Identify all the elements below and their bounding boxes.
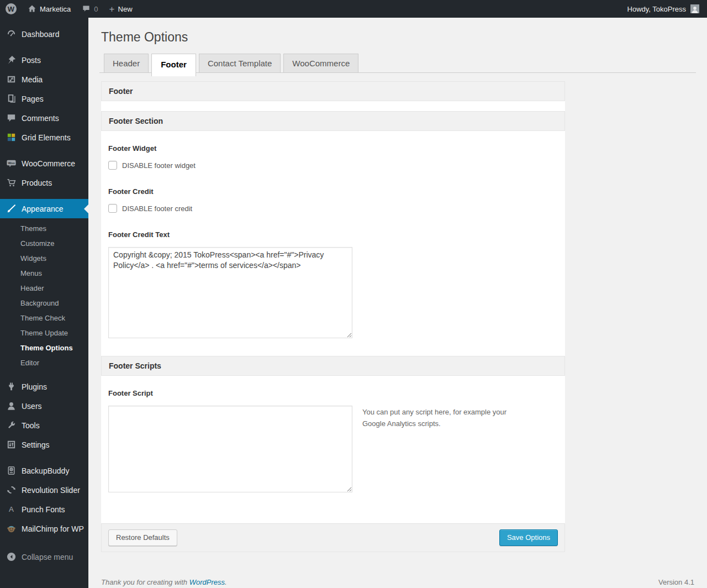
sidebar-item-label: Plugins: [22, 382, 47, 392]
wordpress-logo-menu[interactable]: [0, 0, 22, 18]
disable-footer-credit-checkbox[interactable]: [108, 204, 117, 213]
submenu-editor[interactable]: Editor: [0, 355, 88, 370]
new-content-menu[interactable]: New: [104, 0, 138, 18]
pushpin-icon: [6, 55, 17, 65]
sidebar-item-punch-fonts[interactable]: A Punch Fonts: [0, 500, 88, 519]
tab-header[interactable]: Header: [104, 54, 149, 73]
collapse-menu-button[interactable]: Collapse menu: [0, 547, 88, 566]
restore-defaults-button[interactable]: Restore Defaults: [108, 529, 177, 546]
submenu-theme-check[interactable]: Theme Check: [0, 311, 88, 326]
sidebar-item-label: Revolution Slider: [22, 485, 80, 495]
footer-section-body: Footer Widget DISABLE footer widget Foot…: [101, 131, 565, 356]
pages-icon: [6, 93, 17, 104]
paintbrush-icon: [6, 203, 17, 214]
tab-contact-template[interactable]: Contact Template: [199, 54, 281, 73]
footer-widget-label: Footer Widget: [108, 144, 558, 153]
section-header-footer-section: Footer Section: [101, 111, 565, 131]
refresh-arrows-icon: [6, 485, 17, 495]
collapse-menu-label: Collapse menu: [22, 552, 73, 562]
sidebar-item-plugins[interactable]: Plugins: [0, 377, 88, 396]
tab-footer[interactable]: Footer: [151, 54, 196, 76]
panel-footer: Restore Defaults Save Options: [101, 523, 565, 552]
sidebar-item-label: Users: [22, 401, 42, 411]
admin-bar: Marketica 0 New Howdy, TokoPress: [0, 0, 707, 18]
svg-text:A: A: [9, 505, 14, 513]
sidebar-item-woocommerce[interactable]: Woo WooCommerce: [0, 154, 88, 173]
footer-script-textarea[interactable]: [108, 406, 352, 492]
wrench-icon: [6, 420, 17, 431]
wordpress-link[interactable]: WordPress: [189, 578, 225, 586]
section-header-footer: Footer: [101, 81, 565, 101]
plug-icon: [6, 381, 17, 392]
media-icon: [6, 74, 17, 85]
panel-gap: [101, 101, 565, 111]
sidebar-item-label: Appearance: [22, 204, 64, 214]
tab-woocommerce[interactable]: WooCommerce: [283, 54, 358, 73]
monkey-icon: [6, 523, 17, 534]
sidebar-item-settings[interactable]: Settings: [0, 435, 88, 454]
version-text: Version 4.1: [658, 578, 694, 586]
save-options-button[interactable]: Save Options: [499, 529, 558, 546]
footer-credit-text-textarea[interactable]: Copyright &copy; 2015 TokoPress<span><a …: [108, 247, 352, 338]
sidebar-item-appearance[interactable]: Appearance: [0, 199, 88, 218]
sidebar-item-posts[interactable]: Posts: [0, 50, 88, 70]
sidebar-item-revolution-slider[interactable]: Revolution Slider: [0, 480, 88, 500]
comments-icon: [6, 113, 17, 123]
sidebar-item-label: Pages: [22, 94, 44, 104]
disable-footer-widget-checkbox[interactable]: [108, 161, 117, 170]
sidebar-item-tools[interactable]: Tools: [0, 416, 88, 435]
woocommerce-icon: Woo: [6, 158, 17, 169]
sidebar-item-pages[interactable]: Pages: [0, 89, 88, 108]
sidebar-item-label: Products: [22, 178, 52, 188]
footer-credit-checkbox-row: DISABLE footer credit: [108, 204, 558, 213]
tab-bar: Header Footer Contact Template WooCommer…: [99, 50, 696, 73]
footer-scripts-body: Footer Script You can put any script her…: [101, 376, 565, 523]
sidebar-item-label: Comments: [22, 113, 59, 123]
sidebar-item-label: MailChimp for WP: [22, 524, 84, 534]
howdy-account-menu[interactable]: Howdy, TokoPress: [627, 4, 707, 13]
section-header-footer-scripts: Footer Scripts: [101, 356, 565, 376]
sidebar-item-label: Dashboard: [22, 29, 60, 39]
appearance-submenu: Themes Customize Widgets Menus Header Ba…: [0, 218, 88, 377]
sidebar-item-label: WooCommerce: [22, 159, 75, 169]
grid-elements-icon: [6, 132, 17, 143]
new-label: New: [118, 5, 133, 13]
submenu-customize[interactable]: Customize: [0, 236, 88, 251]
sidebar-item-label: Punch Fonts: [22, 505, 65, 514]
submenu-theme-options[interactable]: Theme Options: [0, 340, 88, 355]
dashboard-icon: [6, 29, 17, 39]
sidebar-item-comments[interactable]: Comments: [0, 108, 88, 128]
comments-shortcut[interactable]: 0: [76, 0, 103, 18]
submenu-theme-update[interactable]: Theme Update: [0, 326, 88, 340]
theme-options-panel: Footer Footer Section Footer Widget DISA…: [101, 81, 565, 552]
sidebar-item-users[interactable]: Users: [0, 396, 88, 416]
sidebar-item-grid-elements[interactable]: Grid Elements: [0, 128, 88, 147]
sidebar-item-label: Media: [22, 75, 43, 85]
avatar: [690, 4, 699, 13]
letter-a-icon: A: [6, 504, 17, 514]
sidebar-item-dashboard[interactable]: Dashboard: [0, 24, 88, 44]
site-name: Marketica: [40, 5, 71, 13]
comment-count: 0: [94, 5, 98, 13]
disable-footer-credit-label: DISABLE footer credit: [122, 204, 192, 213]
sidebar-item-backupbuddy[interactable]: BackupBuddy: [0, 461, 88, 480]
submenu-widgets[interactable]: Widgets: [0, 251, 88, 266]
submenu-header[interactable]: Header: [0, 281, 88, 296]
site-link[interactable]: Marketica: [22, 0, 76, 18]
admin-sidebar: Dashboard Posts Media Pages Comments Gri…: [0, 18, 88, 588]
submenu-menus[interactable]: Menus: [0, 266, 88, 281]
thanks-text: Thank you for creating with: [101, 578, 187, 586]
page-footer: Thank you for creating with WordPress. V…: [101, 578, 694, 586]
sidebar-item-label: Posts: [22, 55, 41, 65]
page-title: Theme Options: [99, 18, 696, 50]
sidebar-item-mailchimp[interactable]: MailChimp for WP: [0, 519, 88, 538]
sidebar-item-products[interactable]: Products: [0, 173, 88, 192]
footer-credit-label: Footer Credit: [108, 187, 558, 196]
thanks-suffix: .: [225, 578, 227, 586]
submenu-themes[interactable]: Themes: [0, 221, 88, 236]
collapse-arrow-icon: [6, 552, 17, 562]
sidebar-item-media[interactable]: Media: [0, 70, 88, 89]
submenu-background[interactable]: Background: [0, 296, 88, 311]
sidebar-item-label: BackupBuddy: [22, 466, 69, 476]
plus-icon: [109, 4, 115, 14]
